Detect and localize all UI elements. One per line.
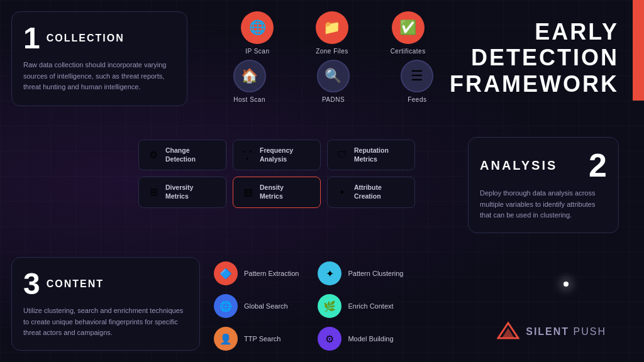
metric-density-metrics: ▤ DensityMetrics: [233, 177, 321, 207]
metrics-row-2: ⊞ DiversityMetrics ▤ DensityMetrics ✦ At…: [138, 177, 415, 207]
metric-diversity-metrics: ⊞ DiversityMetrics: [138, 177, 226, 207]
attribute-creation-label: AttributeCreation: [354, 184, 382, 200]
feeds-circle: ☰: [401, 60, 433, 92]
ip-scan-label: IP Scan: [245, 48, 269, 55]
content-icons-inner: 🔷 Pattern Extraction 🌐 Global Search 👤 T…: [214, 261, 465, 351]
icon-padns: 🔍 PADNS: [317, 60, 350, 103]
metric-change-detection: ⚙ ChangeDetection: [138, 140, 226, 170]
global-search-label: Global Search: [244, 302, 288, 310]
global-search-icon: 🌐: [214, 294, 238, 318]
model-building-label: Model Building: [348, 335, 393, 343]
item-global-search: 🌐 Global Search: [214, 294, 299, 318]
host-scan-circle: 🏠: [233, 60, 266, 92]
icons-row-bottom: 🏠 Host Scan 🔍 PADNS ☰ Feeds: [201, 60, 465, 103]
icon-zone-files: 📁 Zone Files: [316, 11, 348, 55]
icon-ip-scan: 🌐 IP Scan: [241, 11, 274, 55]
change-detection-label: ChangeDetection: [165, 146, 196, 163]
zone-files-circle: 📁: [316, 11, 348, 44]
silent-push-logo: SILENT PUSH: [497, 321, 606, 343]
frequency-analysis-icon: • • •: [241, 148, 255, 162]
analysis-title: ANALYSIS: [480, 158, 557, 173]
item-model-building: ⚙ Model Building: [318, 327, 403, 351]
diversity-metrics-icon: ⊞: [147, 186, 160, 198]
edf-heading: EARLY DETECTION FRAMEWORK: [450, 19, 619, 97]
edf-line1: EARLY: [535, 19, 619, 45]
content-desc: Utilize clustering, search and enrichmen…: [23, 305, 188, 339]
diversity-metrics-label: DiversityMetrics: [165, 184, 193, 200]
density-metrics-icon: ▤: [241, 186, 255, 198]
icon-feeds: ☰ Feeds: [401, 60, 433, 103]
red-accent-bar-top: [633, 0, 644, 101]
pattern-extraction-label: Pattern Extraction: [244, 270, 299, 277]
metrics-row-1: ⚙ ChangeDetection • • • FrequencyAnalysi…: [138, 140, 415, 170]
content-header: 3 CONTENT: [23, 269, 188, 299]
content-col-right: ✦ Pattern Clustering 🌿 Enrich Context ⚙ …: [318, 261, 403, 351]
metric-reputation-metrics: 🛡 ReputationMetrics: [327, 140, 415, 170]
reputation-metrics-icon: 🛡: [335, 150, 349, 161]
section-analysis: ANALYSIS 2 Deploy thorough data analysis…: [468, 137, 619, 233]
item-ttp-search: 👤 TTP Search: [214, 327, 299, 351]
metric-attribute-creation: ✦ AttributeCreation: [327, 177, 415, 207]
icons-row-top: 🌐 IP Scan 📁 Zone Files ✅ Certificates: [201, 11, 465, 55]
frequency-analysis-label: FrequencyAnalysis: [260, 146, 293, 163]
collection-icons: 🌐 IP Scan 📁 Zone Files ✅ Certificates 🏠 …: [201, 11, 465, 103]
pattern-clustering-label: Pattern Clustering: [348, 270, 403, 277]
enrich-context-label: Enrich Context: [348, 302, 393, 310]
host-scan-label: Host Scan: [233, 96, 265, 103]
feeds-label: Feeds: [408, 96, 426, 103]
icon-certificates: ✅ Certificates: [391, 11, 426, 55]
item-pattern-clustering: ✦ Pattern Clustering: [318, 261, 403, 285]
ttp-search-label: TTP Search: [244, 335, 281, 343]
sp-light: PUSH: [569, 326, 606, 337]
padns-label: PADNS: [322, 96, 345, 103]
collection-header: 1 COLLECTION: [23, 23, 175, 53]
attribute-creation-icon: ✦: [335, 188, 349, 197]
analysis-header: ANALYSIS 2: [480, 149, 607, 182]
certificates-label: Certificates: [391, 48, 426, 55]
item-pattern-extraction: 🔷 Pattern Extraction: [214, 261, 299, 285]
edf-line3: FRAMEWORK: [450, 71, 619, 97]
icon-host-scan: 🏠 Host Scan: [233, 60, 266, 103]
section-content: 3 CONTENT Utilize clustering, search and…: [11, 257, 200, 351]
certificates-circle: ✅: [392, 11, 425, 44]
ip-scan-circle: 🌐: [241, 11, 274, 44]
zone-files-label: Zone Files: [316, 48, 348, 55]
edf-line2: DETECTION: [471, 45, 619, 70]
ttp-search-icon: 👤: [214, 327, 238, 351]
content-title: CONTENT: [47, 278, 104, 290]
analysis-number: 2: [589, 149, 607, 182]
section-collection: 1 COLLECTION Raw data collection should …: [11, 11, 187, 106]
model-building-icon: ⚙: [318, 327, 341, 351]
item-enrich-context: 🌿 Enrich Context: [318, 294, 403, 318]
pattern-clustering-icon: ✦: [318, 261, 341, 285]
metrics-grid: ⚙ ChangeDetection • • • FrequencyAnalysi…: [138, 140, 415, 214]
collection-desc: Raw data collection should incorporate v…: [23, 60, 175, 93]
analysis-desc: Deploy thorough data analysis across mul…: [480, 188, 607, 221]
edf-title-block: EARLY DETECTION FRAMEWORK: [450, 19, 619, 97]
change-detection-icon: ⚙: [147, 149, 160, 161]
density-metrics-label: DensityMetrics: [260, 184, 284, 200]
glow-dot: [564, 282, 569, 287]
padns-circle: 🔍: [317, 60, 350, 92]
enrich-context-icon: 🌿: [318, 294, 341, 318]
content-number: 3: [23, 269, 40, 299]
sp-bold: SILENT: [526, 326, 569, 337]
reputation-metrics-label: ReputationMetrics: [354, 146, 389, 163]
silent-push-icon: [497, 321, 519, 343]
metric-frequency-analysis: • • • FrequencyAnalysis: [233, 140, 321, 170]
collection-number: 1: [23, 23, 40, 53]
content-items: 🔷 Pattern Extraction 🌐 Global Search 👤 T…: [214, 261, 465, 351]
pattern-extraction-icon: 🔷: [214, 261, 238, 285]
silent-push-text: SILENT PUSH: [526, 326, 606, 337]
content-col-left: 🔷 Pattern Extraction 🌐 Global Search 👤 T…: [214, 261, 299, 351]
collection-title: COLLECTION: [47, 33, 125, 44]
